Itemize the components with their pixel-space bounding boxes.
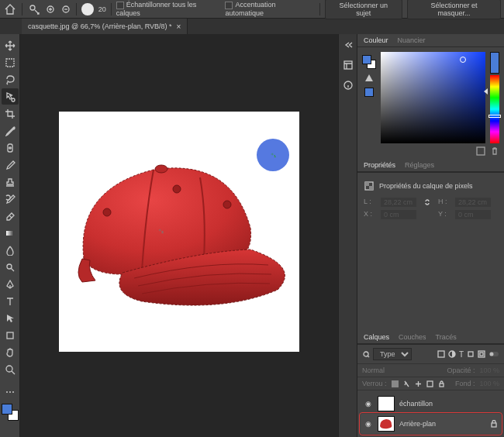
stamp-tool-icon[interactable] xyxy=(2,174,19,190)
visibility-icon[interactable]: ◉ xyxy=(364,420,373,428)
blur-tool-icon[interactable] xyxy=(2,242,19,258)
shape-tool-icon[interactable] xyxy=(2,327,19,343)
filter-smart-icon[interactable] xyxy=(478,350,485,358)
filter-toggle-icon[interactable] xyxy=(488,350,499,358)
path-select-tool-icon[interactable] xyxy=(2,310,19,326)
lock-nest-icon[interactable] xyxy=(426,380,433,387)
eyedropper-tool-icon[interactable] xyxy=(2,122,19,139)
canvas-area[interactable]: ⁺₁ ⁺₂ xyxy=(20,34,338,437)
history-panel-icon[interactable] xyxy=(342,59,354,71)
fill-field[interactable]: 100 % xyxy=(479,380,499,387)
layer-filter-select[interactable]: Type xyxy=(373,348,412,360)
width-field[interactable]: 28,22 cm xyxy=(381,198,416,207)
gamut-warning-icon[interactable] xyxy=(364,74,374,83)
visibility-icon[interactable]: ◉ xyxy=(364,400,373,408)
sample-all-layers-checkbox[interactable]: Échantillonner tous les calques xyxy=(116,1,221,17)
svg-rect-6 xyxy=(6,231,14,236)
quick-select-tool-icon[interactable] xyxy=(2,88,19,105)
blend-mode-select[interactable]: Normal xyxy=(362,366,385,374)
gradient-tool-icon[interactable] xyxy=(2,225,19,241)
filter-shape-icon[interactable] xyxy=(467,350,475,358)
tab-swatches[interactable]: Nuancier xyxy=(398,36,426,44)
height-field[interactable]: 28,22 cm xyxy=(455,198,491,207)
collapsed-panel-strip xyxy=(338,34,357,437)
foreground-color-swatch[interactable] xyxy=(2,404,12,415)
lock-image-icon[interactable] xyxy=(403,380,410,387)
lock-icon[interactable] xyxy=(490,420,498,428)
info-panel-icon[interactable] xyxy=(342,79,354,91)
color-fg-bg-swatch[interactable] xyxy=(362,55,376,69)
tab-properties[interactable]: Propriétés xyxy=(364,161,395,169)
lasso-tool-icon[interactable] xyxy=(2,71,19,88)
hue-handle-icon[interactable] xyxy=(488,115,501,118)
content-area: ⁺₁ ⁺₂ Couleur Nuancier xyxy=(0,34,504,437)
document-tab-title: casquette.jpg @ 66,7% (Arrière-plan, RVB… xyxy=(28,22,172,30)
layer-row[interactable]: ◉ Arrière-plan xyxy=(361,414,501,434)
hue-slider[interactable] xyxy=(490,75,499,143)
tab-color[interactable]: Couleur xyxy=(364,36,388,44)
pen-tool-icon[interactable] xyxy=(2,276,19,292)
filter-adjust-icon[interactable] xyxy=(448,350,456,358)
lock-label: Verrou : xyxy=(362,380,387,387)
layer-thumbnail[interactable] xyxy=(378,416,395,432)
saturation-picker[interactable] xyxy=(381,52,485,143)
layer-name[interactable]: Arrière-plan xyxy=(399,420,485,428)
home-icon[interactable] xyxy=(3,2,17,16)
color-mode-icon[interactable] xyxy=(476,146,485,156)
foreground-background-swatch[interactable] xyxy=(2,404,19,421)
select-and-mask-button[interactable]: Sélectionner et masquer... xyxy=(407,0,501,19)
filter-type-icon[interactable]: T xyxy=(459,350,464,359)
history-brush-tool-icon[interactable] xyxy=(2,191,19,207)
dodge-tool-icon[interactable] xyxy=(2,259,19,275)
document-tab[interactable]: casquette.jpg @ 66,7% (Arrière-plan, RVB… xyxy=(22,19,188,34)
auto-enhance-checkbox[interactable]: Accentuation automatique xyxy=(225,1,314,17)
properties-panel: Propriétés du calque de pixels L : 28,22… xyxy=(357,172,504,331)
layer-thumbnail[interactable] xyxy=(378,396,395,411)
hand-tool-icon[interactable] xyxy=(2,344,19,360)
zoom-tool-icon[interactable] xyxy=(2,361,19,377)
lock-all-icon[interactable] xyxy=(438,380,445,387)
marquee-tool-icon[interactable] xyxy=(2,54,19,71)
filter-kind-icon[interactable] xyxy=(362,350,370,358)
crop-tool-icon[interactable] xyxy=(2,105,19,122)
artboard[interactable]: ⁺₁ ⁺₂ xyxy=(59,112,299,352)
x-field[interactable]: 0 cm xyxy=(381,210,416,219)
layer-name[interactable]: échantillon xyxy=(399,400,498,408)
quick-select-icon[interactable] xyxy=(27,2,41,16)
add-selection-icon[interactable] xyxy=(45,4,56,15)
edit-toolbar-icon[interactable] xyxy=(2,384,19,400)
y-field[interactable]: 0 cm xyxy=(455,210,491,219)
current-color-swatch[interactable] xyxy=(490,52,499,74)
filter-pixel-icon[interactable] xyxy=(437,350,445,358)
move-tool-icon[interactable] xyxy=(2,37,19,53)
trash-icon[interactable] xyxy=(490,146,499,156)
closest-web-color-swatch[interactable] xyxy=(364,88,374,97)
close-tab-icon[interactable]: × xyxy=(177,22,181,31)
tab-layers[interactable]: Calques xyxy=(364,333,389,341)
lock-trans-icon[interactable] xyxy=(392,380,399,387)
healing-brush-tool-icon[interactable] xyxy=(2,139,19,156)
lock-pos-icon[interactable] xyxy=(415,380,422,387)
tab-adjustments[interactable]: Réglages xyxy=(405,161,434,169)
fill-label: Fond : xyxy=(455,380,475,387)
link-dimensions-icon[interactable] xyxy=(423,198,432,207)
eraser-tool-icon[interactable] xyxy=(2,208,19,224)
color-panel-tabs: Couleur Nuancier xyxy=(357,34,504,47)
type-tool-icon[interactable] xyxy=(2,293,19,309)
brush-size-value[interactable]: 20 xyxy=(98,5,106,13)
expand-panels-icon[interactable] xyxy=(342,39,354,51)
svg-rect-19 xyxy=(477,147,485,155)
brush-tool-icon[interactable] xyxy=(2,157,19,173)
divider xyxy=(22,3,22,15)
opacity-field[interactable]: 100 % xyxy=(479,366,499,374)
layer-row[interactable]: ◉ échantillon xyxy=(361,394,501,414)
x-label: X : xyxy=(364,210,375,219)
brush-preview-icon[interactable] xyxy=(81,3,94,15)
svg-rect-34 xyxy=(492,423,496,427)
sub-selection-icon[interactable] xyxy=(60,4,71,15)
select-subject-button[interactable]: Sélectionner un sujet xyxy=(325,0,403,19)
svg-rect-3 xyxy=(6,59,14,67)
svg-point-4 xyxy=(12,98,15,102)
tab-paths[interactable]: Tracés xyxy=(436,333,457,341)
tab-channels[interactable]: Couches xyxy=(399,333,426,341)
